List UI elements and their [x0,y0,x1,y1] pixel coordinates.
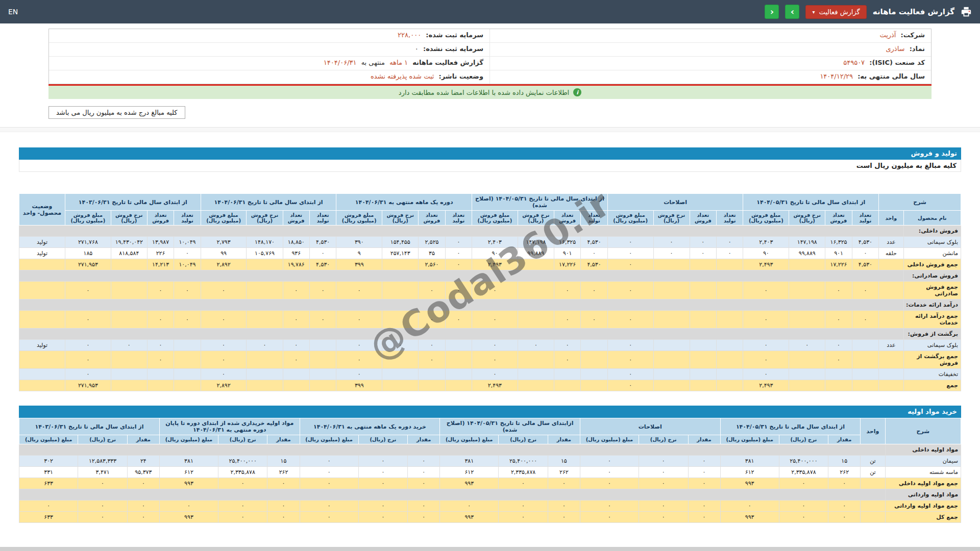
table-cell: ۰ [580,456,639,467]
table-cell: ۰ [548,478,580,489]
column-header: نرخ فروش (ریال) [518,211,554,226]
table-cell: ۰ [825,351,852,369]
table-cell [445,340,472,351]
column-header: نرخ (ریال) [78,435,128,444]
table-cell: ۰ [336,340,382,351]
row-label: تخفیفات [903,369,961,380]
table-cell: ۰ [267,512,300,523]
table-cell [879,369,904,380]
unregistered-capital-cell: سرمایه ثبت نشده: ۰ [49,43,490,56]
table-cell: ۰ [174,282,201,299]
table-cell: ۲,۵۶۰ [419,259,445,270]
table-cell: ۱۶,۳۲۵ [554,237,580,248]
info-row: شرکت: آذریت سرمایه ثبت شده: ۲۲۸,۰۰۰ [49,29,931,43]
table-cell [445,351,472,369]
column-header: مبلغ (میلیون ریال) [159,435,218,444]
fiscal-year-cell: سال مالی منتهی به: ۱۴۰۴/۱۲/۲۹ [490,70,931,84]
table-row: سیمانتن۱۵۲۵,۴۰۰,۰۰۰۳۸۱۰۰۰۱۵۲۵,۴۰۰,۰۰۰۳۸۱… [19,456,961,467]
table-cell: ۰ [382,340,419,351]
table-cell [717,380,743,391]
table-cell: ۱۵ [828,456,861,467]
table-cell: ۰ [852,282,878,299]
table-cell: ۰ [688,467,720,478]
column-header: مبلغ (میلیون ریال) [300,435,358,444]
table-cell: ۰ [147,340,174,351]
table-cell: ۰ [639,500,688,512]
table-cell [581,340,607,351]
column-header: مقدار [408,435,440,444]
next-report-button[interactable]: › [785,5,799,19]
chevron-down-icon: ▾ [812,9,815,15]
table-cell [518,369,554,380]
table-cell [19,351,65,369]
table-cell: ۰ [518,340,554,351]
row-label: ماسه شسته [885,467,961,478]
table-cell: ۴,۵۳۰ [852,259,878,270]
table-cell: ۹۵,۳۷۳ [127,467,159,478]
table-cell: ۹۰۱ [825,248,852,259]
info-row: نماد: ساذری سرمایه ثبت نشده: ۰ [49,43,931,57]
column-header: مبلغ (میلیون ریال) [720,435,779,444]
table-cell: ۹۰ [743,248,789,259]
table-cell: ۲۵,۴۰۰,۰۰۰ [499,456,548,467]
table-cell: ۲,۴۹۳ [472,380,518,391]
table-cell [789,369,825,380]
symbol-cell: نماد: ساذری [490,43,931,56]
table-cell: ۳۹۰ [336,237,382,248]
report-icon [961,6,972,17]
table-cell: ۲,۳۳۵,۸۷۸ [779,467,828,478]
table-cell: ۱۵ [267,456,300,467]
table-cell: ۱۴۸,۱۷۰ [247,237,283,248]
section-label: فروش صادراتی: [903,270,961,282]
table-cell [852,380,878,391]
table-cell: ۱۴۷,۱۹۸ [789,237,825,248]
table-cell [879,282,904,299]
column-group-header: خرید دوره یک ماهه منتهی به ۱۴۰۴/۰۶/۳۱ [300,418,440,435]
table-row: بلوک سیمانیعدد۴,۵۳۰۱۶,۳۲۵۱۴۷,۱۹۸۲,۴۰۳۰۰۰… [19,237,961,248]
table-cell: ۰ [789,340,825,351]
row-label: جمع فروش صادراتی [903,282,961,299]
table-cell: ۲۷۱,۹۵۳ [65,380,111,391]
table-cell: ۱۷,۲۲۶ [554,259,580,270]
table-row: ماسه شستهتن۲۶۲۲,۳۳۵,۸۷۸۶۱۲۰۰۰۲۶۲۲,۳۳۵,۸۷… [19,467,961,478]
table-cell: ۰ [440,500,499,512]
table-cell: تن [861,467,885,478]
table-cell: ۰ [147,311,174,329]
table-cell: ۰ [743,282,789,299]
table-cell: ۱۵ [548,456,580,467]
table-cell: ۰ [358,500,408,512]
table-row: جمع فروش داخلی۴,۵۳۰۱۷,۲۲۶۲,۴۹۳۰۴,۵۳۰۱۷,۲… [19,259,961,270]
table-cell: ۲,۳۳۵,۸۷۸ [499,467,548,478]
table-cell: ۰ [65,369,111,380]
table-cell: ۰ [419,311,445,329]
table-cell [382,380,419,391]
column-header: تعداد تولید [309,211,336,226]
table-cell: ۰ [825,311,852,329]
table-cell: ۰ [309,248,336,259]
table-cell: ۹۹ [201,248,247,259]
section-filler [19,329,904,340]
table-cell: ۴,۵۳۰ [581,237,607,248]
table-cell: ۰ [779,500,828,512]
table-cell: تولید [19,237,65,248]
table-cell [247,259,283,270]
table-cell: ۰ [825,282,852,299]
publisher-status-value: ثبت شده پذیرفته نشده [371,72,434,80]
isic-value: ۵۴۹۵۰۷ [843,59,865,66]
prev-report-button[interactable]: ‹ [765,5,779,19]
table-cell: ۱۲,۵۸۳,۳۳۳ [78,456,128,467]
table-cell: ۰ [548,512,580,523]
table-cell: ۰ [445,259,472,270]
table-cell: ۰ [445,311,472,329]
section-label: مواد اولیه وارداتی [885,489,961,500]
section-row: برگشت از فروش: [19,329,961,340]
table-cell [690,351,716,369]
table-cell: ۰ [554,311,580,329]
table-cell [382,282,419,299]
language-switch[interactable]: EN [8,8,18,16]
column-header: مبلغ فروش (میلیون ریال) [743,211,789,226]
table-row: جمع فروش صادراتی۰۰۰۰۰۰۰۰۰۰۰۰۰۰۰۰ [19,282,961,299]
report-type-dropdown[interactable]: گزارش فعالیت ▾ [805,5,866,19]
table-cell: ۳۸۱ [159,456,218,467]
table-cell [879,259,904,270]
